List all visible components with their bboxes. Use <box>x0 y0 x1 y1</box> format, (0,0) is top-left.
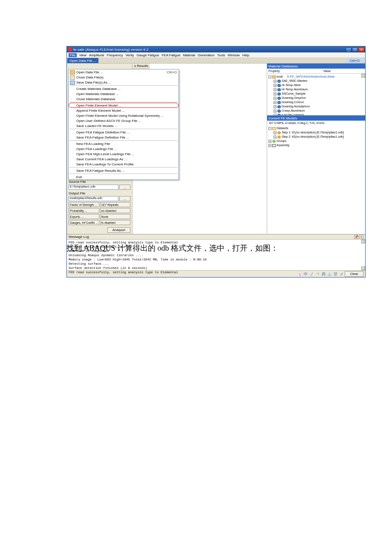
menu-save-current-loadings[interactable]: Save Current FEA Loadings As ... <box>69 156 179 162</box>
menu-append-finite-element-model[interactable]: Append Finite Element Model ... <box>69 108 179 113</box>
msg-scroll-up-icon[interactable] <box>361 240 365 243</box>
msg-scroll-down-icon[interactable] <box>361 266 365 270</box>
step-icon <box>277 131 281 134</box>
menu-open-materials-db[interactable]: Open Materials Database ... <box>69 91 179 96</box>
msg-close-icon[interactable]: × <box>359 235 363 239</box>
menu-save-loadings-profile[interactable]: Save FEA Loadings To Current Profile <box>69 162 179 167</box>
titlebar[interactable]: fe-safe (Abaqus FLEXnet licensing) versi… <box>67 46 365 52</box>
material-db-header: Material Databases <box>267 64 365 69</box>
file-menu-dropdown: Open Data File ...Ctrl+O Close Data File… <box>68 69 179 180</box>
toolbar: Open Data File ... Ctrl+O <box>67 58 365 64</box>
menu-gauge-fatigue[interactable]: Gauge Fatigue <box>136 53 159 57</box>
menu-open-ascii-fe-group[interactable]: Open User Defined ASCII FE Group File ..… <box>69 118 179 123</box>
app-icon <box>68 47 72 52</box>
analyse-button[interactable]: Analyse! <box>107 227 130 233</box>
menu-fea-fatigue[interactable]: FEA Fatigue <box>161 53 180 57</box>
maximize-button[interactable]: □ <box>352 47 358 52</box>
exports-button[interactable]: Exports ... <box>69 214 99 219</box>
menu-close-materials-db[interactable]: Close Materials Database <box>69 96 179 101</box>
window-title: fe-safe (Abaqus FLEXnet licensing) versi… <box>73 48 346 52</box>
source-browse-button[interactable]: ... <box>119 185 130 190</box>
shortcut-badge: Ctrl+O <box>346 58 363 63</box>
minimize-button[interactable]: _ <box>346 47 352 52</box>
menu-open-fea-hl-loadings[interactable]: Open FEA High-Level Loadings File ... <box>69 151 179 156</box>
mat-value-header: Value <box>322 69 365 73</box>
tree-collapse-icon[interactable]: - <box>268 75 271 78</box>
menu-window[interactable]: Window <box>228 53 239 57</box>
units-label: SI? s=MPa, e=strain, t=deg.C, f=N, d=mm <box>267 121 365 125</box>
close-button[interactable]: × <box>358 47 364 52</box>
output-file-input[interactable]: esults\pilao1Results.odb <box>69 196 118 201</box>
menu-tools[interactable]: Tools <box>217 53 225 57</box>
tray-icon-6[interactable]: 甘 <box>333 272 338 277</box>
tray-icon-7[interactable]: メ <box>339 272 344 277</box>
menu-view[interactable]: View <box>79 53 86 57</box>
menu-amplitude[interactable]: Amplitude <box>89 53 104 57</box>
menu-save-fatigue-results[interactable]: Save FEA Fatigue Results As ... <box>69 168 179 173</box>
exports-value: None <box>100 214 131 219</box>
menu-file[interactable]: File <box>69 53 77 57</box>
menu-verity[interactable]: Verity <box>125 53 134 57</box>
tray-icon-2[interactable]: ノ <box>309 272 314 277</box>
gauges-value: fs disabled <box>100 220 131 225</box>
menu-generation[interactable]: Generation <box>198 53 215 57</box>
menu-save-fatigue-def-file[interactable]: Save FEA Fatigue Definition File ... <box>69 135 179 140</box>
system-tray: S 中 ノ ㄱ 四 ふ 甘 メ <box>297 272 344 277</box>
menu-exit[interactable]: Exit <box>69 174 179 179</box>
assembly-icon <box>272 144 276 147</box>
menu-help[interactable]: Help <box>242 53 249 57</box>
material-icon <box>277 80 281 83</box>
tray-icon-4[interactable]: 四 <box>321 272 326 277</box>
probability-button[interactable]: Probability ... <box>69 208 99 213</box>
menu-open-fea-loadings-file[interactable]: Open FEA Loadings File ... <box>69 146 179 151</box>
document-caption: 找到 ABAQUS 计算得出的 odb 格式文件，选中，打开，如图： <box>66 243 278 253</box>
menu-open-fem-rotational[interactable]: Open Finite Element Model Using Rotation… <box>69 113 179 118</box>
pencil-icon <box>272 127 276 130</box>
tray-icon-3[interactable]: ㄱ <box>315 272 320 277</box>
output-browse-button[interactable]: ... <box>119 196 130 201</box>
tray-icon-5[interactable]: ふ <box>327 272 332 277</box>
groups-icon <box>272 140 276 143</box>
menu-create-materials-db[interactable]: Create Materials Database ... <box>69 86 179 91</box>
material-tree[interactable]: -localD:/FE_SAFE/Administrator/local.dba… <box>267 74 365 115</box>
mat-scroll-up-icon[interactable] <box>361 74 365 78</box>
menubar: File View Amplitude Frequency Verity Gau… <box>67 52 365 58</box>
message-log-header: Message Log 📌 × <box>67 234 365 240</box>
menu-save-loaded-fe-models[interactable]: Save Loaded FE Models ... <box>69 123 179 128</box>
fos-button[interactable]: Factor of Strength ... <box>69 202 99 207</box>
msg-pin-icon[interactable]: 📌 <box>354 235 358 239</box>
tray-icon[interactable]: S <box>297 272 302 277</box>
menu-open-finite-element-model[interactable]: Open Finite Element Model ... <box>69 103 179 108</box>
menu-close-data-file[interactable]: Close Data File(s) <box>69 75 179 80</box>
fe-models-tree[interactable]: -Datasets +Step 1: #1(no description) [E… <box>267 125 365 148</box>
fos-value: 1E7 Repeats <box>100 202 131 207</box>
open-data-file-button[interactable]: Open Data File ... <box>67 58 98 63</box>
source-file-input[interactable]: E:\Temp\pilao1.odb <box>69 185 118 190</box>
menu-frequency[interactable]: Frequency <box>107 53 123 57</box>
folder-icon <box>272 75 276 78</box>
tray-ime-icon[interactable]: 中 <box>303 272 308 277</box>
right-panel: Material Databases Property Value -local… <box>267 64 365 234</box>
mat-prop-header: Property <box>267 69 322 73</box>
menu-open-fatigue-def-file[interactable]: Open FEA Fatigue Definition File ... <box>69 130 179 135</box>
menu-material[interactable]: Material <box>183 53 195 57</box>
output-file-label: Output File <box>67 191 132 196</box>
probability-value: es disabled <box>100 208 131 213</box>
menu-open-data-file[interactable]: Open Data File ...Ctrl+O <box>69 69 179 75</box>
gauges-button[interactable]: Gauges, Inf Coeffs ... <box>69 220 99 225</box>
tree-expand-icon[interactable]: + <box>274 80 277 83</box>
fe-models-header: Current FE Models <box>267 116 365 121</box>
menu-save-data-file-as[interactable]: Save Data File(s) As ... <box>69 80 179 85</box>
results-tab[interactable]: s Results <box>133 64 150 69</box>
menu-new-fea-loading-file[interactable]: New FEA Loading File <box>69 141 179 146</box>
